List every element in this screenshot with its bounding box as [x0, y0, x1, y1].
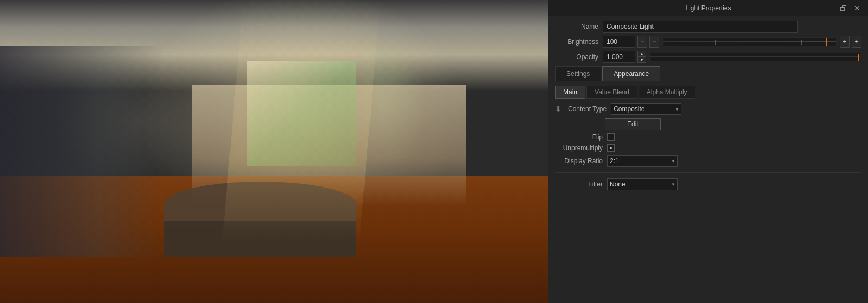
opacity-row: Opacity ▲ ▼ — [555, 51, 861, 63]
opacity-input[interactable] — [603, 51, 635, 63]
unpremultiply-label: Unpremultiply — [555, 144, 603, 152]
separator — [555, 172, 861, 173]
tab-appearance[interactable]: Appearance — [602, 66, 660, 81]
name-label: Name — [555, 23, 598, 30]
opacity-slider-track[interactable] — [649, 53, 860, 61]
brightness-slider-track[interactable] — [662, 37, 837, 46]
close-button[interactable]: ✕ — [852, 3, 863, 13]
unpremultiply-checkbox[interactable] — [607, 144, 615, 152]
edit-button[interactable]: Edit — [605, 118, 661, 130]
properties-content: Name Brightness − − — [548, 16, 868, 303]
name-row: Name — [555, 21, 861, 33]
brightness-row: Brightness − − + — [555, 36, 861, 48]
brightness-minus-button[interactable]: − — [637, 36, 647, 48]
filter-select[interactable]: None Linear Nearest — [607, 178, 678, 190]
brightness-label: Brightness — [555, 38, 598, 46]
tab-settings[interactable]: Settings — [555, 66, 601, 81]
display-ratio-select-wrapper: 2:1 1:1 4:3 16:9 — [607, 155, 678, 167]
flip-checkbox[interactable] — [607, 133, 615, 141]
main-tabs: Settings Appearance — [555, 66, 861, 81]
download-icon: ⬇ — [555, 105, 561, 113]
filter-select-wrapper: None Linear Nearest — [607, 178, 678, 190]
brightness-plus-button[interactable]: + — [840, 36, 850, 48]
opacity-spin-down[interactable]: ▼ — [637, 57, 646, 63]
brightness-controls: − − + + — [603, 36, 861, 48]
flip-row: Flip — [555, 133, 861, 141]
flip-label: Flip — [555, 133, 603, 141]
opacity-controls: ▲ ▼ — [603, 51, 861, 63]
sub-tab-alpha-multiply[interactable]: Alpha Multiply — [639, 86, 695, 99]
opacity-label: Opacity — [555, 53, 598, 61]
content-type-row: ⬇ Content Type Composite Image Sequence … — [555, 103, 861, 115]
sub-tab-main[interactable]: Main — [555, 86, 585, 99]
unpremultiply-row: Unpremultiply — [555, 144, 861, 152]
display-ratio-label: Display Ratio — [555, 157, 603, 165]
name-input[interactable] — [603, 21, 798, 33]
viewport — [0, 0, 548, 303]
display-ratio-row: Display Ratio 2:1 1:1 4:3 16:9 — [555, 155, 861, 167]
properties-panel: Light Properties 🗗 ✕ Name Brightness − − — [548, 0, 868, 303]
filter-label: Filter — [555, 180, 603, 188]
brightness-input[interactable] — [603, 36, 635, 48]
brightness-plus2-button[interactable]: + — [852, 36, 861, 48]
content-type-label: Content Type — [568, 105, 607, 113]
sub-tab-value-blend[interactable]: Value Blend — [586, 86, 637, 99]
sub-tabs: Main Value Blend Alpha Multiply — [555, 86, 861, 99]
edit-button-row: Edit — [555, 118, 861, 133]
filter-row: Filter None Linear Nearest — [555, 178, 861, 190]
content-type-select[interactable]: Composite Image Sequence Solid — [611, 103, 681, 115]
content-type-select-wrapper: Composite Image Sequence Solid — [611, 103, 681, 115]
opacity-spin-up[interactable]: ▲ — [637, 51, 646, 57]
opacity-spinner: ▲ ▼ — [637, 51, 646, 63]
brightness-minus2-button[interactable]: − — [649, 36, 659, 48]
panel-title: Light Properties — [685, 4, 731, 12]
title-bar: Light Properties 🗗 ✕ — [548, 0, 868, 16]
display-ratio-select[interactable]: 2:1 1:1 4:3 16:9 — [607, 155, 678, 167]
restore-button[interactable]: 🗗 — [838, 3, 850, 13]
